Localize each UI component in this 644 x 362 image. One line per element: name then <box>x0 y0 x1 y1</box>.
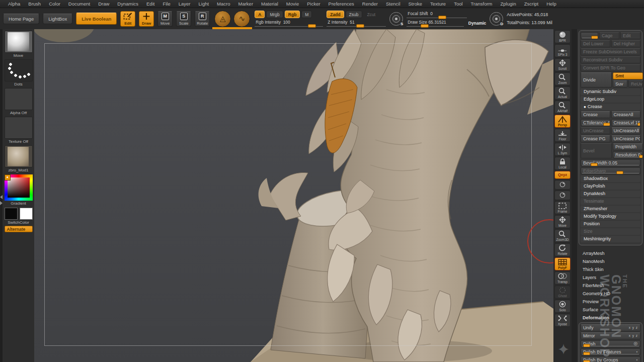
menu-draw[interactable]: Draw <box>94 1 113 7</box>
slider-creaselvl[interactable]: CreaseLvl 15 <box>611 119 641 126</box>
slider-handle[interactable] <box>583 360 590 362</box>
slider-edgesharp[interactable]: EdgeSharp <box>581 167 640 174</box>
shelf-lsym[interactable]: L.Sym <box>554 143 571 156</box>
button-cage[interactable]: Cage <box>599 32 619 39</box>
shelf-frame[interactable]: Frame <box>554 201 571 214</box>
slider-polish[interactable]: Polish◎ <box>581 340 640 347</box>
menu-zscript[interactable]: Zscript <box>520 1 543 7</box>
shelf-ghost[interactable]: Ghost <box>554 286 571 299</box>
stroke-picker[interactable]: S <box>389 12 403 26</box>
shelf-aahalf[interactable]: AAHalf <box>554 101 571 114</box>
secondary-brush-icon[interactable]: ∿ <box>233 11 250 27</box>
focal-shift-slider[interactable]: Focal Shift 0 <box>407 11 467 18</box>
section-claypolish[interactable]: ClayPolish <box>581 183 640 190</box>
shelf-rotate[interactable]: Rotate <box>554 243 571 256</box>
zmode-zadd[interactable]: Zadd <box>327 11 344 18</box>
saturation-value-box[interactable] <box>8 177 30 198</box>
slider-item[interactable] <box>581 32 598 39</box>
section-position[interactable]: Position <box>581 221 640 227</box>
marker-xyz[interactable]: x y z <box>629 325 638 330</box>
menu-zplugin[interactable]: Zplugin <box>497 1 520 7</box>
shelf-solo[interactable]: Solo <box>554 300 571 313</box>
menu-light[interactable]: Light <box>194 1 213 7</box>
shelf-qxyz[interactable]: Qxyz <box>554 171 571 179</box>
switchcolor-label[interactable]: SwitchColor <box>3 220 34 225</box>
z-intensity-slider[interactable]: Z Intensity 51 <box>327 20 386 27</box>
slider-polish-by-groups[interactable]: Polish By Groups▪ <box>581 356 640 362</box>
tray-stroke-dots[interactable]: Dots <box>5 59 33 86</box>
section-tessimate[interactable]: Tessimate <box>581 198 640 205</box>
viewport[interactable] <box>34 29 553 362</box>
menu-file[interactable]: File <box>158 1 174 7</box>
slider-polish-by-features[interactable]: Polish By Features▪ <box>581 348 640 355</box>
slider-handle[interactable] <box>591 36 598 39</box>
button-mirror[interactable]: Mirrorx y z <box>581 332 640 339</box>
slider-handle[interactable] <box>583 344 590 347</box>
button-unify[interactable]: Unifyx y z <box>581 324 640 331</box>
section-crease[interactable]: ●Crease <box>581 104 640 110</box>
shelf-floor[interactable]: Floor <box>554 129 571 142</box>
button-crease[interactable]: Crease <box>581 111 610 118</box>
section-zremesher[interactable]: ZRemesher <box>581 206 640 212</box>
menu-marker[interactable]: Marker <box>234 1 258 7</box>
tray-material-zbro[interactable]: zbro_Mod1 <box>5 145 33 172</box>
menu-color[interactable]: Color <box>45 1 64 7</box>
menu-dynamics[interactable]: Dynamics <box>113 1 142 7</box>
button-freeze-subdivision-levels[interactable]: Freeze SubDivision Levels <box>581 48 640 55</box>
zmode-zsub[interactable]: Zsub <box>346 11 362 18</box>
slider-handle[interactable] <box>639 155 643 158</box>
section-shadowbox[interactable]: ShadowBox <box>581 175 640 182</box>
slider-resolution[interactable]: Resolution 0 <box>613 151 643 158</box>
alpha-picker[interactable]: D <box>490 12 503 26</box>
draw-button[interactable]: Draw <box>139 11 154 27</box>
section-modify-topology[interactable]: Modify Topology <box>581 213 640 220</box>
menu-texture[interactable]: Texture <box>426 1 450 7</box>
shelf-local[interactable]: Local <box>554 157 571 170</box>
section-size[interactable]: Size <box>581 228 640 235</box>
button-uncrease[interactable]: UnCrease <box>581 127 610 134</box>
button-uncreaseall[interactable]: UnCreaseAll <box>611 127 641 134</box>
menu-alpha[interactable]: Alpha <box>4 1 24 7</box>
current-brush-icon[interactable]: ◬ <box>214 11 231 27</box>
menu-brush[interactable]: Brush <box>24 1 45 7</box>
palette-nanomesh[interactable]: NanoMesh <box>579 257 642 265</box>
button-del-higher[interactable]: Del Higher <box>611 40 641 47</box>
button-creaseall[interactable]: CreaseAll <box>611 111 641 118</box>
button-reconstruct-subdiv[interactable]: Reconstruct Subdiv <box>581 56 640 63</box>
mode-m[interactable]: M <box>301 11 312 18</box>
tray-alpha-off[interactable]: Alpha Off <box>5 88 33 115</box>
main-color-swatch[interactable] <box>5 208 18 220</box>
slider-ctolerance[interactable]: CTolerance 45 <box>581 119 610 126</box>
alternate-button[interactable]: Alternate <box>5 226 33 232</box>
menu-transform[interactable]: Transform <box>467 1 497 7</box>
button-divide[interactable]: Divide <box>581 72 612 87</box>
menu-stencil[interactable]: Stencil <box>382 1 405 7</box>
shelf-xpose[interactable]: Xpose <box>554 314 571 327</box>
palette-preview[interactable]: Preview <box>579 298 642 306</box>
rotate-button[interactable]: R Rotate <box>195 11 210 27</box>
button-convert-bpr-to-geo[interactable]: Convert BPR To Geo <box>581 64 640 71</box>
mode-rgb[interactable]: Rgb <box>285 11 300 18</box>
button-bevel[interactable]: Bevel <box>581 143 612 158</box>
shelf-zoom[interactable]: Zoom <box>554 72 571 85</box>
menu-movie[interactable]: Movie <box>282 1 303 7</box>
shelf-bpr[interactable]: BPR <box>554 30 571 43</box>
rgb-intensity-slider[interactable]: Rgb Intensity 100 <box>255 20 323 27</box>
scale-button[interactable]: S Scale <box>176 11 191 27</box>
dynamic-mode-label[interactable]: Dynamic <box>468 21 486 26</box>
marker-xyz[interactable]: x y z <box>629 333 638 338</box>
menu-layer[interactable]: Layer <box>175 1 195 7</box>
shelf-move[interactable]: Move <box>554 215 571 228</box>
palette-thick-skin[interactable]: Thick Skin <box>579 265 642 274</box>
menu-render[interactable]: Render <box>358 1 382 7</box>
slider-handle[interactable] <box>616 171 623 174</box>
menu-edit[interactable]: Edit <box>142 1 158 7</box>
button-propwidth[interactable]: PropWidth <box>613 143 643 150</box>
palette-arraymesh[interactable]: ArrayMesh <box>579 249 642 257</box>
draw-size-slider[interactable]: Draw Size 65.31521 <box>407 20 464 27</box>
slider-handle[interactable] <box>603 123 610 126</box>
menu-material[interactable]: Material <box>257 1 282 7</box>
mode-mrgb[interactable]: Mrgb <box>266 11 283 18</box>
button-del-lower[interactable]: Del Lower <box>581 40 610 47</box>
menu-picker[interactable]: Picker <box>303 1 324 7</box>
